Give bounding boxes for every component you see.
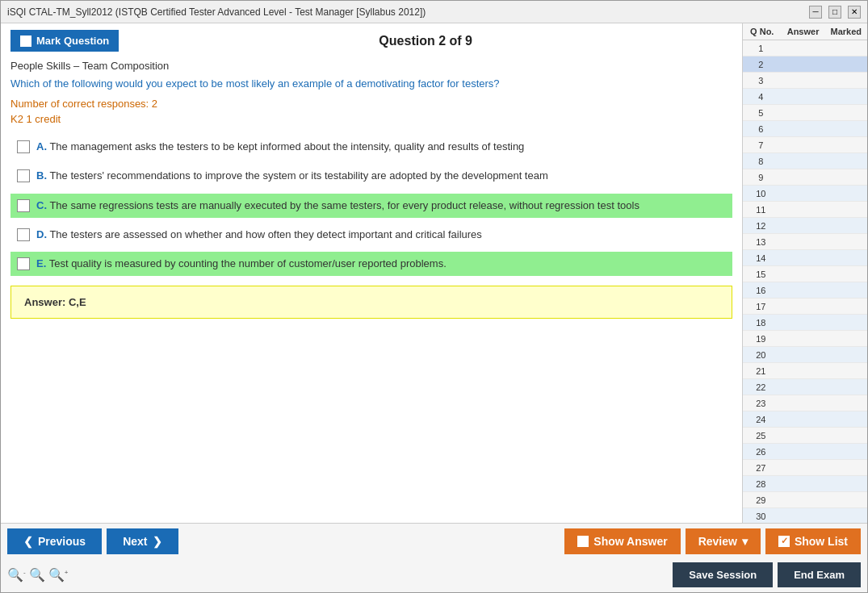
review-button[interactable]: Review ▾ bbox=[686, 528, 761, 554]
app-window: iSQI CTAL-TM_Syll2012 (ISTQB Certified T… bbox=[0, 0, 868, 593]
option-e-checkbox[interactable] bbox=[17, 257, 30, 270]
zoom-in-button[interactable]: 🔍+ bbox=[48, 567, 69, 583]
question-row-12[interactable]: 12 bbox=[743, 218, 867, 234]
next-button[interactable]: Next ❯ bbox=[107, 528, 178, 554]
show-list-label: Show List bbox=[795, 535, 848, 548]
question-text: Which of the following would you expect … bbox=[10, 77, 732, 91]
mark-question-checkbox-icon bbox=[20, 35, 31, 47]
zoom-reset-button[interactable]: 🔍 bbox=[29, 567, 45, 583]
question-row-8[interactable]: 8 bbox=[743, 153, 867, 169]
question-row-3[interactable]: 3 bbox=[743, 73, 867, 89]
next-arrow-icon: ❯ bbox=[153, 535, 162, 548]
question-row-5[interactable]: 5 bbox=[743, 105, 867, 121]
option-e-label: E. Test quality is measured by counting … bbox=[36, 257, 447, 271]
end-exam-button[interactable]: End Exam bbox=[778, 562, 861, 587]
question-row-28[interactable]: 28 bbox=[743, 476, 867, 492]
question-row-27[interactable]: 27 bbox=[743, 460, 867, 476]
option-b-checkbox[interactable] bbox=[17, 169, 30, 182]
question-row-24[interactable]: 24 bbox=[743, 411, 867, 428]
question-row-22[interactable]: 22 bbox=[743, 379, 867, 395]
question-row-10[interactable]: 10 bbox=[743, 186, 867, 202]
show-list-button[interactable]: Show List bbox=[765, 528, 861, 554]
option-b-label: B. The testers' recommendations to impro… bbox=[36, 169, 548, 183]
option-b[interactable]: B. The testers' recommendations to impro… bbox=[10, 164, 732, 188]
question-row-14[interactable]: 14 bbox=[743, 250, 867, 266]
bottom-buttons-row2: 🔍- 🔍 🔍+ Save Session End Exam bbox=[1, 559, 867, 592]
save-session-label: Save Session bbox=[689, 569, 757, 581]
previous-button[interactable]: ❮ Previous bbox=[7, 528, 102, 554]
header-answer: Answer bbox=[780, 27, 827, 36]
header-marked: Marked bbox=[827, 27, 866, 36]
option-c[interactable]: C. The same regressions tests are manual… bbox=[10, 194, 732, 218]
question-row-13[interactable]: 13 bbox=[743, 234, 867, 250]
question-row-19[interactable]: 19 bbox=[743, 331, 867, 347]
mark-question-button[interactable]: Mark Question bbox=[10, 30, 119, 52]
next-label: Next bbox=[123, 535, 147, 548]
show-answer-icon bbox=[577, 536, 589, 547]
prev-arrow-icon: ❮ bbox=[23, 535, 33, 548]
question-row-21[interactable]: 21 bbox=[743, 363, 867, 379]
previous-label: Previous bbox=[38, 535, 86, 548]
question-row-1[interactable]: 1 bbox=[743, 40, 867, 56]
zoom-controls: 🔍- 🔍 🔍+ bbox=[7, 567, 68, 583]
question-row-29[interactable]: 29 bbox=[743, 492, 867, 508]
minimize-button[interactable]: ─ bbox=[809, 6, 822, 19]
window-title: iSQI CTAL-TM_Syll2012 (ISTQB Certified T… bbox=[7, 6, 426, 18]
save-session-button[interactable]: Save Session bbox=[673, 562, 773, 587]
category-label: People Skills – Team Composition bbox=[10, 60, 732, 72]
bottom-buttons-row1: ❮ Previous Next ❯ Show Answer Review ▾ S… bbox=[1, 524, 867, 559]
question-row-16[interactable]: 16 bbox=[743, 282, 867, 299]
title-bar: iSQI CTAL-TM_Syll2012 (ISTQB Certified T… bbox=[1, 1, 867, 23]
option-d[interactable]: D. The testers are assessed on whether a… bbox=[10, 223, 732, 247]
question-row-18[interactable]: 18 bbox=[743, 315, 867, 331]
left-panel: Mark Question Question 2 of 9 People Ski… bbox=[1, 23, 742, 523]
question-row-11[interactable]: 11 bbox=[743, 202, 867, 218]
correct-count: Number of correct responses: 2 bbox=[10, 98, 732, 110]
question-title: Question 2 of 9 bbox=[119, 34, 732, 48]
option-a-checkbox[interactable] bbox=[17, 140, 30, 153]
question-row-4[interactable]: 4 bbox=[743, 89, 867, 105]
review-label: Review bbox=[698, 535, 737, 548]
show-answer-label: Show Answer bbox=[593, 535, 667, 548]
option-e[interactable]: E. Test quality is measured by counting … bbox=[10, 252, 732, 276]
credit-label: K2 1 credit bbox=[10, 113, 732, 125]
option-c-checkbox[interactable] bbox=[17, 199, 30, 212]
question-row-30[interactable]: 30 bbox=[743, 508, 867, 523]
question-row-23[interactable]: 23 bbox=[743, 395, 867, 411]
header-qno: Q No. bbox=[744, 27, 780, 36]
main-content: Mark Question Question 2 of 9 People Ski… bbox=[1, 23, 867, 523]
show-answer-button[interactable]: Show Answer bbox=[564, 528, 680, 554]
option-d-checkbox[interactable] bbox=[17, 228, 30, 241]
bottom-bar: ❮ Previous Next ❯ Show Answer Review ▾ S… bbox=[1, 523, 867, 592]
question-list[interactable]: 1 2 3 4 5 6 7 8 9 10 11 12 13 14 15 16 1… bbox=[743, 40, 867, 523]
option-a-label: A. The management asks the testers to be… bbox=[36, 140, 524, 154]
question-row-20[interactable]: 20 bbox=[743, 347, 867, 363]
question-row-25[interactable]: 25 bbox=[743, 428, 867, 444]
mark-question-label: Mark Question bbox=[36, 35, 109, 47]
option-c-label: C. The same regressions tests are manual… bbox=[36, 198, 639, 213]
question-row-26[interactable]: 26 bbox=[743, 444, 867, 460]
option-d-label: D. The testers are assessed on whether a… bbox=[36, 228, 482, 242]
question-row-2[interactable]: 2 bbox=[743, 56, 867, 73]
end-exam-label: End Exam bbox=[794, 569, 845, 581]
answer-box: Answer: C,E bbox=[10, 286, 732, 319]
zoom-out-button[interactable]: 🔍- bbox=[7, 567, 26, 583]
question-row-6[interactable]: 6 bbox=[743, 121, 867, 137]
top-bar: Mark Question Question 2 of 9 bbox=[10, 30, 732, 52]
right-panel-header: Q No. Answer Marked bbox=[743, 23, 867, 40]
question-row-17[interactable]: 17 bbox=[743, 299, 867, 315]
review-dropdown-icon: ▾ bbox=[742, 535, 748, 548]
maximize-button[interactable]: □ bbox=[828, 6, 841, 19]
options-list: A. The management asks the testers to be… bbox=[10, 135, 732, 276]
show-list-icon bbox=[778, 536, 790, 547]
question-row-7[interactable]: 7 bbox=[743, 137, 867, 153]
right-panel: Q No. Answer Marked 1 2 3 4 5 6 7 8 9 10… bbox=[742, 23, 867, 523]
option-a[interactable]: A. The management asks the testers to be… bbox=[10, 135, 732, 159]
question-row-9[interactable]: 9 bbox=[743, 169, 867, 186]
window-controls: ─ □ ✕ bbox=[809, 6, 861, 19]
question-row-15[interactable]: 15 bbox=[743, 266, 867, 282]
close-button[interactable]: ✕ bbox=[848, 6, 861, 19]
